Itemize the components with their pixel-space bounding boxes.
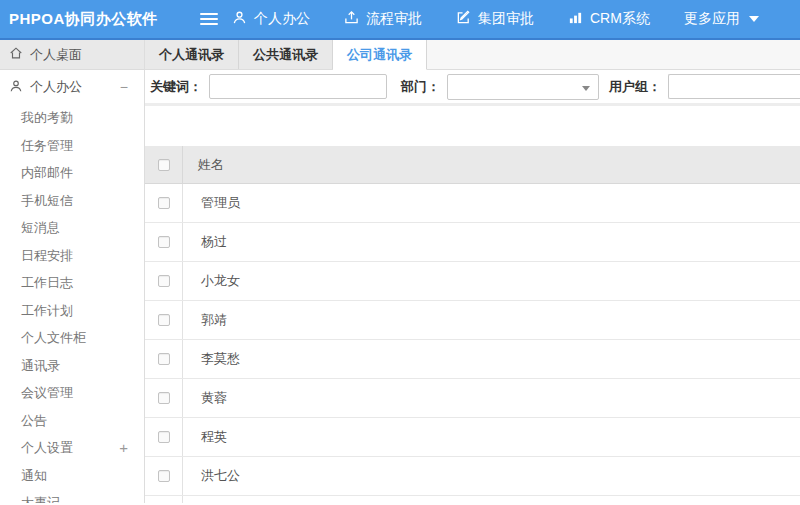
name-column-header: 姓名	[183, 146, 800, 183]
tab-personal-addressbook[interactable]: 个人通讯录	[145, 40, 239, 69]
nav-label: CRM系统	[590, 10, 650, 28]
filter-bar: 关键词： 部门： 用户组：	[145, 70, 800, 106]
sidebar: 个人桌面 个人办公 − 我的考勤 任务管理 内部邮件 手机短信 短消息 日程安排…	[0, 40, 145, 503]
keyword-input[interactable]	[209, 74, 387, 99]
menu-icon[interactable]	[200, 10, 218, 28]
table-header-row: 姓名	[145, 146, 800, 184]
contact-name: 杨过	[183, 223, 800, 261]
nav-item-personal-office[interactable]: 个人办公	[232, 10, 310, 28]
tab-bar: 个人通讯录 公共通讯录 公司通讯录	[145, 40, 800, 70]
sidebar-item-file-cabinet[interactable]: 个人文件柜	[0, 324, 144, 352]
flow-icon	[344, 10, 366, 28]
expand-icon[interactable]: +	[119, 434, 128, 462]
caret-down-icon	[582, 86, 590, 91]
table-row[interactable]: 李莫愁	[145, 340, 800, 379]
nav-label: 个人办公	[254, 10, 310, 28]
tab-public-addressbook[interactable]: 公共通讯录	[239, 40, 333, 69]
sidebar-item-schedule[interactable]: 日程安排	[0, 242, 144, 270]
sidebar-item-work-plan[interactable]: 工作计划	[0, 297, 144, 325]
row-checkbox[interactable]	[158, 353, 170, 365]
table-row[interactable]: 杨过	[145, 223, 800, 262]
sidebar-item-label: 个人设置	[21, 434, 73, 462]
table-row[interactable]: 郭靖	[145, 301, 800, 340]
row-checkbox[interactable]	[158, 236, 170, 248]
row-checkbox[interactable]	[158, 431, 170, 443]
sidebar-section-personal-office[interactable]: 个人办公 −	[0, 70, 144, 104]
tab-company-addressbook[interactable]: 公司通讯录	[333, 40, 427, 70]
sidebar-item-meetings[interactable]: 会议管理	[0, 379, 144, 407]
sidebar-section-label: 个人办公	[30, 78, 82, 96]
row-checkbox[interactable]	[158, 392, 170, 404]
nav-item-more-apps[interactable]: 更多应用	[684, 10, 759, 28]
sidebar-item-announcements[interactable]: 公告	[0, 407, 144, 435]
row-checkbox[interactable]	[158, 275, 170, 287]
contact-name: 小龙女	[183, 262, 800, 300]
sidebar-item-notifications[interactable]: 通知	[0, 462, 144, 490]
sidebar-item-label: 个人桌面	[30, 46, 82, 64]
sidebar-item-contacts[interactable]: 通讯录	[0, 352, 144, 380]
table-row[interactable]: 管理员	[145, 184, 800, 223]
user-icon	[9, 79, 30, 96]
table-row-partial[interactable]	[145, 496, 800, 503]
top-nav: 个人办公 流程审批 集团审批 CRM系统	[232, 10, 793, 28]
sidebar-item-work-log[interactable]: 工作日志	[0, 269, 144, 297]
row-checkbox[interactable]	[158, 470, 170, 482]
user-group-label: 用户组：	[609, 78, 661, 96]
collapse-icon[interactable]: −	[120, 79, 128, 95]
contacts-table: 姓名 管理员 杨过 小龙女 郭靖 李莫愁	[145, 146, 800, 503]
edit-square-icon	[456, 10, 478, 28]
header-checkbox-cell	[145, 146, 183, 183]
home-icon	[9, 46, 30, 63]
contact-name: 黄蓉	[183, 379, 800, 417]
nav-item-workflow-approval[interactable]: 流程审批	[344, 10, 422, 28]
contact-name: 洪七公	[183, 457, 800, 495]
table-row[interactable]: 小龙女	[145, 262, 800, 301]
sidebar-item-internal-mail[interactable]: 内部邮件	[0, 159, 144, 187]
table-row[interactable]: 洪七公	[145, 457, 800, 496]
bar-chart-icon	[568, 10, 590, 28]
department-label: 部门：	[401, 78, 440, 96]
keyword-label: 关键词：	[150, 78, 202, 96]
contact-name: 郭靖	[183, 301, 800, 339]
contact-name: 管理员	[183, 184, 800, 222]
contact-name: 李莫愁	[183, 340, 800, 378]
nav-label: 流程审批	[366, 10, 422, 28]
sidebar-menu: 我的考勤 任务管理 内部邮件 手机短信 短消息 日程安排 工作日志 工作计划 个…	[0, 104, 144, 503]
sidebar-item-attendance[interactable]: 我的考勤	[0, 104, 144, 132]
app-header: PHPOA协同办公软件 个人办公 流程审批	[0, 0, 800, 40]
content-area: 个人通讯录 公共通讯录 公司通讯录 关键词： 部门： 用户组： 姓名	[145, 40, 800, 503]
caret-down-icon	[749, 16, 759, 22]
sidebar-item-tasks[interactable]: 任务管理	[0, 132, 144, 160]
table-row[interactable]: 黄蓉	[145, 379, 800, 418]
table-row[interactable]: 程英	[145, 418, 800, 457]
sidebar-item-sms[interactable]: 手机短信	[0, 187, 144, 215]
app-title: PHPOA协同办公软件	[0, 10, 190, 29]
toolbar-spacer	[145, 106, 800, 146]
row-checkbox[interactable]	[158, 197, 170, 209]
nav-item-group-approval[interactable]: 集团审批	[456, 10, 534, 28]
nav-item-crm[interactable]: CRM系统	[568, 10, 650, 28]
contact-name: 程英	[183, 418, 800, 456]
nav-label: 集团审批	[478, 10, 534, 28]
sidebar-item-short-message[interactable]: 短消息	[0, 214, 144, 242]
sidebar-item-desktop[interactable]: 个人桌面	[0, 40, 144, 70]
sidebar-item-milestones[interactable]: 大事记	[0, 489, 144, 503]
sidebar-item-personal-settings[interactable]: 个人设置 +	[0, 434, 144, 462]
row-checkbox[interactable]	[158, 314, 170, 326]
user-group-input[interactable]	[668, 74, 800, 99]
nav-label: 更多应用	[684, 10, 740, 28]
user-icon	[232, 10, 254, 28]
department-select[interactable]	[447, 74, 599, 100]
select-all-checkbox[interactable]	[158, 159, 170, 171]
